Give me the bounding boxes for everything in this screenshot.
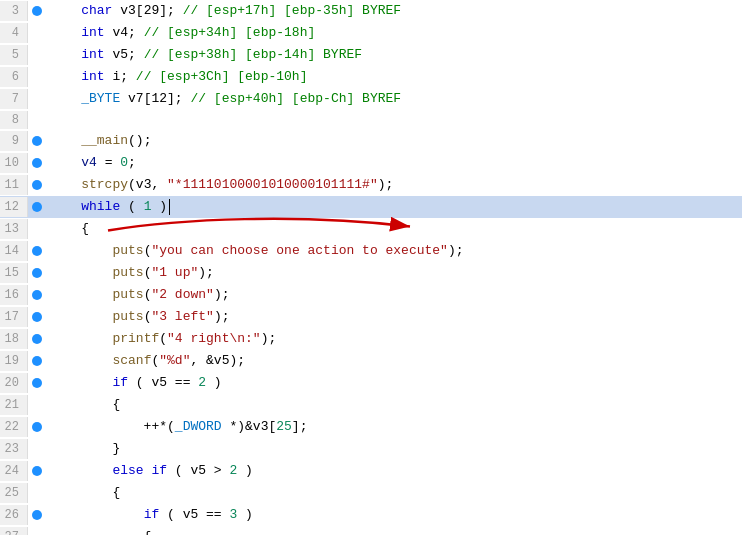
code-line: 4 int v4; // [esp+34h] [ebp-18h]: [0, 22, 742, 44]
code-line: 10 v4 = 0;: [0, 152, 742, 174]
token-plain: [50, 47, 81, 62]
breakpoint-dot[interactable]: [28, 6, 46, 16]
breakpoint-indicator: [32, 466, 42, 476]
code-text: {: [46, 527, 742, 535]
breakpoint-indicator: [32, 136, 42, 146]
token-plain: {: [50, 397, 120, 412]
token-plain: [50, 177, 81, 192]
breakpoint-indicator: [32, 510, 42, 520]
breakpoint-dot[interactable]: [28, 202, 46, 212]
token-plain: v4;: [105, 25, 144, 40]
breakpoint-indicator: [32, 180, 42, 190]
token-comment: // [esp+17h] [ebp-35h] BYREF: [183, 3, 401, 18]
token-comment: // [esp+38h] [ebp-14h] BYREF: [144, 47, 362, 62]
line-number: 13: [0, 219, 28, 239]
breakpoint-dot[interactable]: [28, 378, 46, 388]
line-number: 8: [0, 111, 28, 129]
token-str: "%d": [159, 353, 190, 368]
breakpoint-dot[interactable]: [28, 136, 46, 146]
code-line: 8: [0, 110, 742, 130]
breakpoint-dot[interactable]: [28, 356, 46, 366]
token-kw: while: [81, 199, 120, 214]
token-plain: , &v5);: [190, 353, 245, 368]
code-line: 9 __main();: [0, 130, 742, 152]
token-plain: );: [214, 309, 230, 324]
breakpoint-dot[interactable]: [28, 334, 46, 344]
token-plain: );: [448, 243, 464, 258]
token-plain: {: [50, 221, 89, 236]
line-number: 25: [0, 483, 28, 503]
breakpoint-dot[interactable]: [28, 158, 46, 168]
code-line: 17 puts("3 left");: [0, 306, 742, 328]
token-kw: if: [112, 375, 128, 390]
code-line: 5 int v5; // [esp+38h] [ebp-14h] BYREF: [0, 44, 742, 66]
breakpoint-dot[interactable]: [28, 180, 46, 190]
code-text: ++*(_DWORD *)&v3[25];: [46, 417, 742, 437]
breakpoint-indicator: [32, 356, 42, 366]
token-plain: ];: [292, 419, 308, 434]
line-number: 6: [0, 67, 28, 87]
token-kw: int: [81, 25, 104, 40]
token-plain: (: [159, 331, 167, 346]
line-number: 22: [0, 417, 28, 437]
code-line: 24 else if ( v5 > 2 ): [0, 460, 742, 482]
breakpoint-dot[interactable]: [28, 246, 46, 256]
line-number: 21: [0, 395, 28, 415]
breakpoint-dot[interactable]: [28, 466, 46, 476]
token-plain: v7[12];: [120, 91, 190, 106]
line-number: 26: [0, 505, 28, 525]
token-kw: char: [81, 3, 112, 18]
token-comment: // [esp+3Ch] [ebp-10h]: [136, 69, 308, 84]
line-number: 16: [0, 285, 28, 305]
line-number: 15: [0, 263, 28, 283]
code-text: strcpy(v3, "*11110100001010000101111#");: [46, 175, 742, 195]
breakpoint-dot[interactable]: [28, 290, 46, 300]
code-text: while ( 1 ): [46, 197, 742, 217]
code-text: }: [46, 439, 742, 459]
token-plain: ): [206, 375, 222, 390]
token-fn: puts: [112, 287, 143, 302]
code-text: if ( v5 == 3 ): [46, 505, 742, 525]
code-text: scanf("%d", &v5);: [46, 351, 742, 371]
token-num: 2: [198, 375, 206, 390]
code-line: 15 puts("1 up");: [0, 262, 742, 284]
token-fn: puts: [112, 243, 143, 258]
code-line: 20 if ( v5 == 2 ): [0, 372, 742, 394]
token-plain: ++*(: [50, 419, 175, 434]
code-text: _BYTE v7[12]; // [esp+40h] [ebp-Ch] BYRE…: [46, 89, 742, 109]
token-plain: }: [50, 441, 120, 456]
breakpoint-indicator: [32, 158, 42, 168]
line-number: 9: [0, 131, 28, 151]
breakpoint-dot[interactable]: [28, 268, 46, 278]
code-text: else if ( v5 > 2 ): [46, 461, 742, 481]
token-str: "you can choose one action to execute": [151, 243, 447, 258]
breakpoint-dot[interactable]: [28, 422, 46, 432]
token-kw: else if: [112, 463, 167, 478]
token-kw: int: [81, 47, 104, 62]
token-plain: [50, 133, 81, 148]
breakpoint-dot[interactable]: [28, 510, 46, 520]
breakpoint-dot[interactable]: [28, 312, 46, 322]
token-comment: // [esp+40h] [ebp-Ch] BYREF: [190, 91, 401, 106]
token-plain: [50, 375, 112, 390]
token-plain: =: [97, 155, 120, 170]
token-plain: ): [237, 463, 253, 478]
token-kw: if: [144, 507, 160, 522]
line-number: 20: [0, 373, 28, 393]
token-plain: ;: [128, 155, 136, 170]
line-number: 27: [0, 527, 28, 535]
line-number: 14: [0, 241, 28, 261]
token-num: 25: [276, 419, 292, 434]
token-plain: v3[29];: [112, 3, 182, 18]
token-fn: strcpy: [81, 177, 128, 192]
token-str: "4 right\n:": [167, 331, 261, 346]
token-plain: );: [214, 287, 230, 302]
code-text: puts("3 left");: [46, 307, 742, 327]
code-line: 21 {: [0, 394, 742, 416]
line-number: 19: [0, 351, 28, 371]
line-number: 12: [0, 197, 28, 217]
code-text: puts("you can choose one action to execu…: [46, 241, 742, 261]
code-line: 22 ++*(_DWORD *)&v3[25];: [0, 416, 742, 438]
token-fn: printf: [112, 331, 159, 346]
token-fn: puts: [112, 265, 143, 280]
